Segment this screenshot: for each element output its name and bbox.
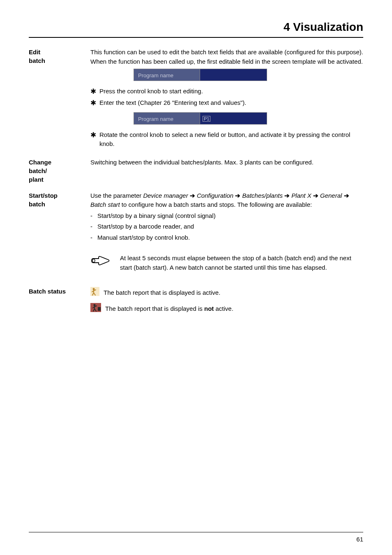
status-not-active-text: The batch report that is displayed is no… [105,304,233,314]
running-not-active-icon [90,303,101,315]
program-name-value-p1: P1 [200,113,267,124]
action-press-knob-text: Press the control knob to start editing. [99,87,203,96]
program-name-preview-1: Program name [134,69,267,81]
param-batch-start: Batch start [90,201,120,208]
edit-batch-intro: This function can be used to edit the ba… [90,48,363,66]
program-name-value-p1-text: P1 [203,116,210,122]
program-name-value-empty [200,69,267,81]
section-batch-status: Batch status The batch report that is di… [29,287,363,319]
action-press-knob: ✱ Press the control knob to start editin… [90,87,363,97]
status-active-line: The batch report that is displayed is ac… [90,287,363,299]
running-active-icon [90,287,99,299]
start-stop-intro-pre: Use the parameter [90,192,143,199]
status-not-active-bold: not [204,305,214,312]
arrow-icon: ➔ [313,192,318,199]
start-stop-intro: Use the parameter Device manager ➔ Confi… [90,191,363,210]
status-not-active-line: The batch report that is displayed is no… [90,303,363,315]
section-content-start-stop: Use the parameter Device manager ➔ Confi… [90,191,363,280]
list-item-manual-text: Manual start/stop by control knob. [97,233,190,243]
action-enter-text-text: Enter the text (Chapter 26 "Entering tex… [99,98,247,108]
dash-icon: - [90,211,92,221]
param-device-manager: Device manager [143,192,188,199]
arrow-icon: ➔ [235,192,240,199]
svg-point-0 [92,259,95,262]
param-configuration: Configuration [197,192,233,199]
section-label-change-batch: Change batch/ plant [29,158,90,184]
section-content-batch-status: The batch report that is displayed is ac… [90,287,363,319]
status-active-text: The batch report that is displayed is ac… [104,288,220,298]
action-rotate-knob: ✱ Rotate the control knob to select a ne… [90,130,363,149]
arrow-icon: ➔ [190,192,195,199]
arrow-icon: ➔ [344,192,349,199]
param-general: General [320,192,342,199]
section-label-edit-batch: Edit batch [29,48,90,150]
section-start-stop: Start/stop batch Use the parameter Devic… [29,191,363,280]
program-name-preview-2: Program name P1 [134,112,267,125]
page-number: 61 [29,532,363,543]
page-title: 4 Visualization [29,21,363,34]
list-item-barcode: - Start/stop by a barcode reader, and [90,222,363,231]
dash-icon: - [90,233,92,243]
section-content-edit-batch: This function can be used to edit the ba… [90,48,363,150]
status-not-active-post: active. [214,305,233,312]
list-item-binary-text: Start/stop by a binary signal (control s… [97,211,216,221]
section-label-start-stop: Start/stop batch [29,191,90,280]
section-label-batch-status: Batch status [29,287,90,319]
program-name-label-2: Program name [134,113,200,124]
program-name-label-1: Program name [134,69,200,81]
change-batch-text: Switching between the individual batches… [90,158,363,184]
list-item-manual: - Manual start/stop by control knob. [90,233,363,243]
start-stop-intro-post: to configure how a batch starts and stop… [120,201,312,208]
param-plant-x: Plant X [291,192,311,199]
list-item-binary: - Start/stop by a binary signal (control… [90,211,363,221]
action-rotate-knob-text: Rotate the control knob to select a new … [99,130,363,149]
dash-icon: - [90,222,92,231]
asterisk-icon: ✱ [90,98,96,108]
section-edit-batch: Edit batch This function can be used to … [29,48,363,150]
note-text: At least 5 seconds must elapse between t… [120,254,363,272]
page-header: 4 Visualization [29,21,363,38]
note-block: At least 5 seconds must elapse between t… [90,254,363,272]
asterisk-icon: ✱ [90,130,96,140]
action-enter-text: ✱ Enter the text (Chapter 26 "Entering t… [90,98,363,108]
list-item-barcode-text: Start/stop by a barcode reader, and [97,222,194,231]
param-batches-plants: Batches/plants [242,192,283,199]
asterisk-icon: ✱ [90,87,96,97]
pointing-hand-icon [90,254,110,269]
section-change-batch: Change batch/ plant Switching between th… [29,158,363,184]
status-not-active-pre: The batch report that is displayed is [105,305,204,312]
arrow-icon: ➔ [284,192,290,199]
svg-rect-5 [98,307,101,311]
